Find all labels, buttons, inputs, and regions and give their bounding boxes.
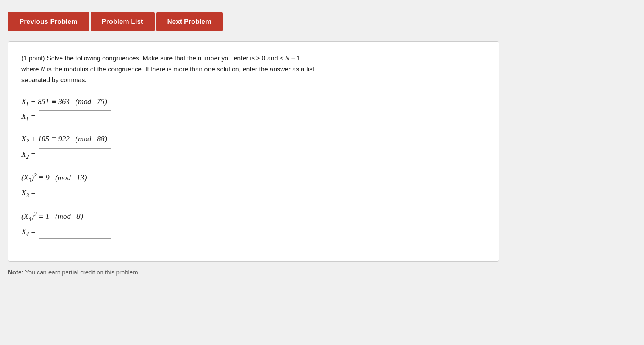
problem-list-button[interactable]: Problem List <box>91 12 155 31</box>
problem-description: (1 point) Solve the following congruence… <box>21 53 486 86</box>
answer-row-1: X1 = <box>21 110 486 123</box>
equation-display-4: (X4)2 ≡ 1 (mod 8) <box>21 211 486 222</box>
note-text: You can earn partial credit on this prob… <box>25 269 140 276</box>
equation-display-3: (X3)2 ≡ 9 (mod 13) <box>21 172 486 184</box>
equation-block-1: X1 − 851 ≡ 363 (mod 75) X1 = <box>21 97 486 124</box>
x4-label: X4 = <box>21 227 36 238</box>
equation-block-4: (X4)2 ≡ 1 (mod 8) X4 = <box>21 211 486 239</box>
problem-container: (1 point) Solve the following congruence… <box>8 41 499 262</box>
equation-block-2: X2 + 105 ≡ 922 (mod 88) X2 = <box>21 135 486 161</box>
eq4-text: (X4)2 ≡ 1 (mod 8) <box>21 211 83 222</box>
x4-input[interactable] <box>39 226 111 239</box>
equation-display-1: X1 − 851 ≡ 363 (mod 75) <box>21 97 486 108</box>
x1-label: X1 = <box>21 112 36 123</box>
prev-problem-button[interactable]: Previous Problem <box>8 12 89 31</box>
nav-bar: Previous Problem Problem List Next Probl… <box>8 12 636 31</box>
x3-label: X3 = <box>21 189 36 199</box>
desc-text-2: where N is the modulus of the congruence… <box>21 66 314 73</box>
x2-label: X2 = <box>21 150 36 160</box>
desc-text-1: (1 point) Solve the following congruence… <box>21 55 302 62</box>
answer-row-4: X4 = <box>21 226 486 239</box>
eq2-text: X2 + 105 ≡ 922 (mod 88) <box>21 135 107 145</box>
answer-row-2: X2 = <box>21 148 486 161</box>
eq1-text: X1 − 851 ≡ 363 (mod 75) <box>21 97 107 108</box>
x3-input[interactable] <box>39 187 111 200</box>
note-section: Note: You can earn partial credit on thi… <box>8 269 499 276</box>
equation-display-2: X2 + 105 ≡ 922 (mod 88) <box>21 135 486 145</box>
note-label: Note: <box>8 269 23 276</box>
eq3-text: (X3)2 ≡ 9 (mod 13) <box>21 172 87 184</box>
next-problem-button[interactable]: Next Problem <box>156 12 223 31</box>
x2-input[interactable] <box>39 148 111 161</box>
x1-input[interactable] <box>39 110 111 123</box>
equation-block-3: (X3)2 ≡ 9 (mod 13) X3 = <box>21 172 486 200</box>
answer-row-3: X3 = <box>21 187 486 200</box>
desc-text-3: separated by commas. <box>21 77 87 83</box>
